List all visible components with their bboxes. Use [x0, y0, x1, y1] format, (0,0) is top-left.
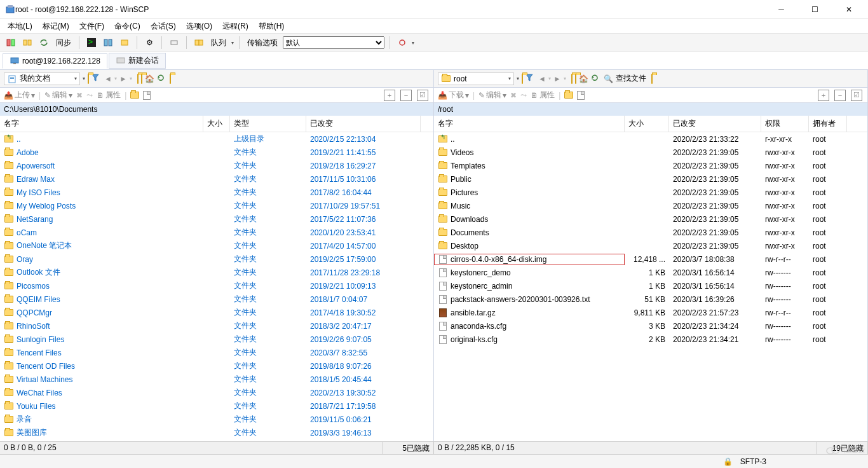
root-dir-icon[interactable]: [141, 74, 142, 83]
toggle-button[interactable]: ☑: [417, 90, 428, 101]
table-row[interactable]: Edraw Max文件夹2017/11/5 10:31:06: [0, 172, 433, 186]
table-row[interactable]: Tencent Files文件夹2020/3/7 8:32:55: [0, 346, 433, 359]
table-row[interactable]: Documents2020/2/23 21:39:05rwxr-xr-xroot: [434, 226, 867, 239]
new-file-icon[interactable]: [577, 91, 585, 100]
local-dir-combo[interactable]: 我的文档 ▾: [4, 72, 80, 85]
table-row[interactable]: OneNote 笔记本文件夹2017/4/20 14:57:00: [0, 239, 433, 252]
remote-dir-combo[interactable]: root ▾: [438, 72, 514, 85]
table-row[interactable]: Public2020/2/23 21:39:05rwxr-xr-xroot: [434, 172, 867, 186]
edit-button[interactable]: ✎ 编辑 ▾: [478, 90, 506, 100]
table-row[interactable]: ..上级目录2020/2/15 22:13:04: [0, 132, 433, 146]
table-row[interactable]: Adobe文件夹2019/2/21 11:41:55: [0, 146, 433, 159]
bookmark-icon[interactable]: [651, 74, 653, 83]
menu-item-2[interactable]: 文件(F): [76, 20, 108, 33]
table-row[interactable]: ..2020/2/23 21:33:22r-xr-xr-xroot: [434, 132, 867, 146]
table-row[interactable]: Picosmos文件夹2019/2/21 10:09:13: [0, 279, 433, 292]
toggle-icon[interactable]: [167, 36, 181, 50]
maximize-button[interactable]: ☐: [801, 3, 829, 16]
home-icon[interactable]: 🏠: [145, 74, 154, 83]
table-row[interactable]: Downloads2020/2/23 21:39:05rwxr-xr-xroot: [434, 212, 867, 226]
close-button[interactable]: ✕: [834, 3, 863, 16]
table-row[interactable]: Music2020/2/23 21:39:05rwxr-xr-xroot: [434, 199, 867, 212]
table-row[interactable]: cirros-0.4.0-x86_64-disk.img12,418 ...20…: [434, 252, 867, 266]
table-row[interactable]: Sunlogin Files文件夹2019/2/26 9:07:05: [0, 333, 433, 346]
filter-icon[interactable]: [526, 74, 533, 83]
table-row[interactable]: packstack-answers-20200301-003926.txt51 …: [434, 292, 867, 306]
minimize-button[interactable]: ─: [767, 3, 796, 16]
table-row[interactable]: keystonerc_admin1 KB2020/3/1 16:56:14rw-…: [434, 279, 867, 292]
table-row[interactable]: Templates2020/2/23 21:39:05rwxr-xr-xroot: [434, 159, 867, 172]
home-icon[interactable]: 🏠: [579, 74, 588, 83]
parent-dir-icon[interactable]: [137, 74, 139, 83]
new-session-tab[interactable]: 新建会话: [109, 53, 166, 69]
table-row[interactable]: original-ks.cfg2 KB2020/2/23 21:34:21rw-…: [434, 333, 867, 346]
table-row[interactable]: Tencent OD Files文件夹2019/8/18 9:07:26: [0, 359, 433, 373]
table-row[interactable]: My Weblog Posts文件夹2017/10/29 19:57:51: [0, 199, 433, 212]
refresh-icon[interactable]: [591, 74, 599, 83]
new-folder-icon[interactable]: [130, 92, 139, 99]
table-row[interactable]: QQEIM Files文件夹2018/1/7 0:04:07: [0, 292, 433, 306]
col-name[interactable]: 名字: [434, 116, 625, 132]
menu-item-5[interactable]: 选项(O): [182, 20, 216, 33]
table-row[interactable]: Pictures2020/2/23 21:39:05rwxr-xr-xroot: [434, 186, 867, 199]
menu-item-6[interactable]: 远程(R): [219, 20, 252, 33]
new-folder-icon[interactable]: [564, 92, 573, 99]
reconnect-icon[interactable]: [395, 36, 409, 50]
menu-item-3[interactable]: 命令(C): [111, 20, 144, 33]
table-row[interactable]: anaconda-ks.cfg3 KB2020/2/23 21:34:24rw-…: [434, 319, 867, 333]
new-file-icon[interactable]: [143, 91, 151, 100]
upload-button[interactable]: 📤 上传 ▾: [4, 90, 35, 100]
table-row[interactable]: NetSarang文件夹2017/5/22 11:07:36: [0, 212, 433, 226]
terminal-icon[interactable]: >: [85, 36, 98, 50]
table-row[interactable]: Desktop2020/2/23 21:39:05rwxr-xr-xroot: [434, 239, 867, 252]
table-row[interactable]: Outlook 文件文件夹2017/11/28 23:29:18: [0, 266, 433, 279]
table-row[interactable]: 录音文件夹2019/11/5 0:06:21: [0, 413, 433, 426]
plus-button[interactable]: +: [818, 90, 829, 101]
remote-file-list[interactable]: 名字 大小 已改变 权限 拥有者 ..2020/2/23 21:33:22r-x…: [434, 116, 867, 441]
find-icon[interactable]: 🔍: [604, 74, 613, 83]
download-button[interactable]: 📥 下载 ▾: [438, 90, 469, 100]
menu-item-7[interactable]: 帮助(H): [255, 20, 288, 33]
table-row[interactable]: Virtual Machines文件夹2018/1/5 20:45:44: [0, 373, 433, 386]
table-row[interactable]: Youku Files文件夹2018/7/21 17:19:58: [0, 399, 433, 413]
toggle-button[interactable]: ☑: [851, 90, 862, 101]
parent-dir-icon[interactable]: [571, 74, 573, 83]
transfer-opts-select[interactable]: 默认: [283, 36, 384, 49]
sync-icon[interactable]: [37, 36, 51, 50]
col-name[interactable]: 名字: [0, 116, 203, 132]
props-button[interactable]: 🗎 属性: [97, 90, 121, 100]
col-owner[interactable]: 拥有者: [809, 116, 847, 132]
root-dir-icon[interactable]: [575, 74, 576, 83]
table-row[interactable]: Oray文件夹2019/2/25 17:59:00: [0, 252, 433, 266]
col-changed[interactable]: 已改变: [669, 116, 761, 132]
table-row[interactable]: WeChat Files文件夹2020/2/13 19:30:52: [0, 386, 433, 399]
settings-icon[interactable]: ⚙: [142, 36, 156, 50]
table-row[interactable]: oCam文件夹2020/1/20 23:53:41: [0, 226, 433, 239]
plus-button[interactable]: +: [384, 90, 395, 101]
edit-button[interactable]: ✎ 编辑 ▾: [44, 90, 72, 100]
col-size[interactable]: 大小: [203, 116, 230, 132]
open-folder-icon[interactable]: [88, 74, 89, 83]
props-button[interactable]: 🗎 属性: [531, 90, 555, 100]
menu-item-0[interactable]: 本地(L): [4, 20, 36, 33]
table-row[interactable]: 美图图库文件夹2019/3/3 19:46:13: [0, 426, 433, 439]
explorer-icon[interactable]: [118, 36, 132, 50]
table-row[interactable]: ansible.tar.gz9,811 KB2020/2/23 21:57:23…: [434, 306, 867, 319]
menu-item-1[interactable]: 标记(M): [39, 20, 73, 33]
col-changed[interactable]: 已改变: [306, 116, 421, 132]
minus-button[interactable]: −: [400, 90, 412, 101]
table-row[interactable]: QQPCMgr文件夹2017/4/18 19:30:52: [0, 306, 433, 319]
col-size[interactable]: 大小: [625, 116, 669, 132]
bookmark-icon[interactable]: [170, 74, 171, 83]
minus-button[interactable]: −: [834, 90, 846, 101]
table-row[interactable]: My ISO Files文件夹2017/8/2 16:04:44: [0, 186, 433, 199]
session-tab-active[interactable]: root@192.168.222.128: [3, 53, 107, 69]
local-file-list[interactable]: 名字 大小 类型 已改变 ..上级目录2020/2/15 22:13:04Ado…: [0, 116, 433, 441]
commander-icon[interactable]: [101, 36, 115, 50]
table-row[interactable]: Videos2020/2/23 21:39:05rwxr-xr-xroot: [434, 146, 867, 159]
filter-icon[interactable]: [92, 74, 99, 83]
col-type[interactable]: 类型: [230, 116, 306, 132]
menu-item-4[interactable]: 会话(S): [147, 20, 180, 33]
table-row[interactable]: RhinoSoft文件夹2018/3/2 20:47:17: [0, 319, 433, 333]
col-perm[interactable]: 权限: [761, 116, 809, 132]
